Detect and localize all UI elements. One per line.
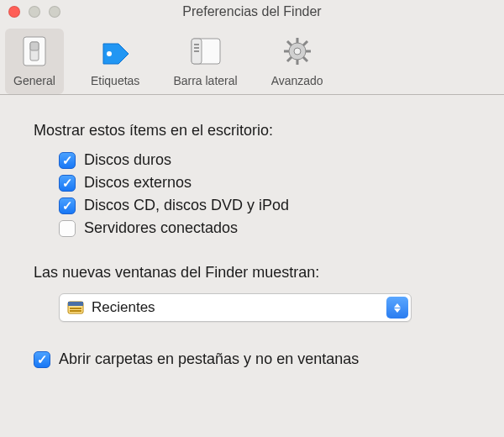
tab-label: General	[13, 74, 55, 87]
preferences-window: Preferencias del Finder General Etiqueta…	[0, 0, 504, 437]
dropdown-value: Recientes	[92, 299, 155, 316]
svg-rect-21	[70, 308, 81, 309]
svg-point-10	[294, 48, 301, 55]
check-external-disks[interactable]: Discos externos	[59, 174, 470, 192]
tab-advanced[interactable]: Avanzado	[265, 29, 330, 94]
svg-line-16	[303, 57, 307, 61]
recents-icon	[66, 298, 85, 317]
checkbox[interactable]	[34, 351, 50, 368]
new-windows-label: Las nuevas ventanas del Finder muestran:	[34, 264, 470, 282]
tab-label: Barra lateral	[173, 74, 237, 87]
tab-tags[interactable]: Etiquetas	[84, 29, 146, 94]
tab-label: Etiquetas	[91, 74, 139, 87]
svg-line-15	[287, 41, 291, 45]
check-optical-media[interactable]: Discos CD, discos DVD y iPod	[59, 197, 470, 214]
check-label: Discos CD, discos DVD y iPod	[84, 197, 289, 214]
chevron-updown-icon	[386, 297, 408, 319]
check-open-in-tabs[interactable]: Abrir carpetas en pestañas y no en venta…	[34, 350, 470, 368]
tab-label: Avanzado	[271, 74, 323, 87]
checkbox[interactable]	[59, 152, 76, 169]
svg-rect-20	[68, 302, 83, 306]
titlebar: Preferencias del Finder	[0, 0, 504, 24]
svg-rect-2	[30, 42, 39, 50]
tab-general[interactable]: General	[5, 29, 64, 94]
toolbar-tabs: General Etiquetas Barra lat	[0, 24, 504, 95]
tag-icon	[97, 34, 134, 69]
checkbox[interactable]	[59, 220, 76, 237]
window-title: Preferencias del Finder	[0, 0, 504, 24]
new-windows-dropdown[interactable]: Recientes	[59, 293, 412, 322]
check-connected-servers[interactable]: Servidores conectados	[59, 219, 470, 237]
switch-icon	[16, 34, 53, 69]
svg-point-3	[107, 51, 112, 56]
tab-sidebar[interactable]: Barra lateral	[166, 29, 244, 94]
gear-icon	[279, 34, 316, 69]
sidebar-icon	[187, 34, 224, 69]
check-label: Abrir carpetas en pestañas y no en venta…	[59, 350, 359, 368]
desktop-items-label: Mostrar estos ítems en el escritorio:	[34, 122, 470, 140]
svg-line-18	[287, 57, 291, 61]
checkbox[interactable]	[59, 197, 76, 214]
check-hard-disks[interactable]: Discos duros	[59, 151, 470, 169]
checkbox[interactable]	[59, 175, 76, 192]
content-area: Mostrar estos ítems en el escritorio: Di…	[0, 95, 504, 385]
check-label: Discos duros	[84, 151, 171, 169]
svg-line-17	[303, 41, 307, 45]
svg-rect-22	[70, 310, 81, 312]
check-label: Servidores conectados	[84, 219, 238, 237]
check-label: Discos externos	[84, 174, 192, 192]
